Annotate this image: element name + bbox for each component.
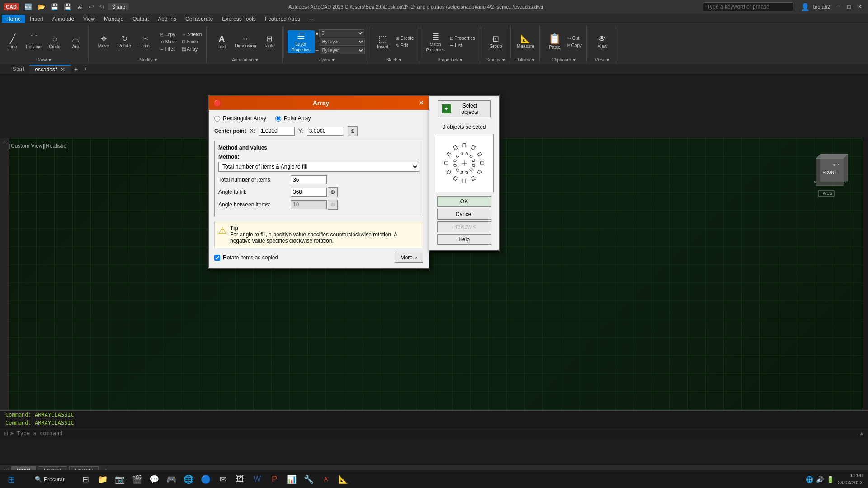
clipboard-group-label[interactable]: Clipboard ▼ <box>552 57 577 63</box>
dialog-close-btn[interactable]: ✕ <box>418 99 424 107</box>
x-input[interactable] <box>259 127 295 136</box>
rotate-button[interactable]: ↻ Rotate <box>114 34 134 50</box>
tab-escadas[interactable]: escadas* ✕ <box>29 65 71 74</box>
scale-button[interactable]: ⊡ Scale <box>180 38 203 45</box>
group-button[interactable]: ⊡ Group <box>486 33 505 50</box>
rectangular-radio[interactable] <box>214 116 220 122</box>
menu-output[interactable]: Output <box>128 15 153 23</box>
polar-radio[interactable] <box>275 116 281 122</box>
modify-group-label[interactable]: Modify ▼ <box>139 57 158 63</box>
stretch-button[interactable]: ↔ Stretch <box>180 31 203 38</box>
rectangular-array-option[interactable]: Rectangular Array <box>214 115 266 122</box>
angle-fill-input[interactable] <box>291 188 327 197</box>
open-btn[interactable]: 📂 <box>36 2 47 11</box>
search-input[interactable] <box>703 2 793 11</box>
more-btn[interactable]: More » <box>395 253 423 263</box>
paste-button[interactable]: 📋 Paste <box>545 33 565 51</box>
new-btn[interactable]: 🆕 <box>23 2 34 11</box>
redo-btn[interactable]: ↪ <box>98 2 107 11</box>
start-button[interactable]: ⊞ <box>0 470 23 488</box>
create-block-button[interactable]: ⊞ Create <box>394 35 416 42</box>
linetype-select[interactable]: ByLayer <box>320 38 365 46</box>
powerpoint-taskbar[interactable]: P <box>266 471 283 488</box>
menu-more[interactable]: ··· <box>305 15 318 23</box>
cancel-btn[interactable]: Cancel <box>437 209 491 220</box>
insert-button[interactable]: ⬚ Insert <box>373 33 393 51</box>
explorer-taskbar[interactable]: 📁 <box>94 471 111 488</box>
polar-array-option[interactable]: Polar Array <box>275 115 311 122</box>
array-dialog[interactable]: 🔴 Array ✕ Rectangular Array Polar Array … <box>208 95 429 269</box>
app9-taskbar[interactable]: 📐 <box>335 471 352 488</box>
menu-view[interactable]: View <box>79 15 99 23</box>
close-btn[interactable]: ✕ <box>855 2 864 11</box>
properties-group-label[interactable]: Properties ▼ <box>437 57 463 63</box>
share-btn[interactable]: Share <box>108 3 129 10</box>
layers-group-label[interactable]: Layers ▼ <box>316 57 335 63</box>
save-btn[interactable]: 💾 <box>49 2 60 11</box>
right-panel[interactable]: ✦ Select objects 0 objects selected <box>429 95 500 251</box>
vertical-scrollbar[interactable] <box>863 138 868 437</box>
word-taskbar[interactable]: W <box>249 471 266 488</box>
saveas-btn[interactable]: 💾 <box>62 2 73 11</box>
menu-addins[interactable]: Add-ins <box>153 15 181 23</box>
nav-cube[interactable]: FRONT TOP WCS N E <box>805 147 859 202</box>
copy-button[interactable]: ⎘ Copy <box>159 31 179 38</box>
array-button[interactable]: ▤ Array <box>180 46 203 52</box>
menu-featured[interactable]: Featured Apps <box>260 15 305 23</box>
bedit-button[interactable]: ✎ Edit <box>394 42 416 49</box>
groups-group-label[interactable]: Groups ▼ <box>486 57 506 63</box>
properties-button[interactable]: ⊡ Properties <box>448 35 477 42</box>
block-group-label[interactable]: Block ▼ <box>386 57 402 63</box>
ok-btn[interactable]: OK <box>437 196 491 207</box>
discord-taskbar[interactable]: 🎮 <box>163 471 180 488</box>
edge-taskbar[interactable]: 🔵 <box>197 471 214 488</box>
maximize-btn[interactable]: □ <box>844 2 854 11</box>
measure-button[interactable]: 📐 Measure <box>514 33 537 50</box>
undo-btn[interactable]: ↩ <box>87 2 96 11</box>
pick-angle-btn[interactable]: ⊕ <box>328 187 338 197</box>
print-btn[interactable]: 🖨 <box>75 2 85 11</box>
whatsapp-taskbar[interactable]: 💬 <box>146 471 163 488</box>
view-button[interactable]: 👁 View <box>592 33 612 50</box>
command-input[interactable] <box>17 430 856 436</box>
copy-clip-button[interactable]: ⎘ Copy <box>566 42 584 49</box>
fillet-button[interactable]: ⌢ Fillet <box>159 46 179 53</box>
vertical-toolbar-icon[interactable]: ⊲ <box>2 140 7 144</box>
netflix-taskbar[interactable]: 🎬 <box>128 471 146 488</box>
list-button[interactable]: ☰ List <box>448 42 477 49</box>
pick-center-btn[interactable]: ⊕ <box>348 126 358 136</box>
network-icon[interactable]: 🌐 <box>806 476 813 483</box>
help-btn[interactable]: Help <box>437 234 491 245</box>
cut-button[interactable]: ✂ Cut <box>566 35 584 42</box>
total-items-input[interactable] <box>291 175 327 184</box>
view-group-label[interactable]: View ▼ <box>595 57 610 63</box>
rotate-checkbox-row[interactable]: Rotate items as copied <box>214 254 278 261</box>
line-button[interactable]: ╱ Line <box>3 33 23 51</box>
layer-properties-button[interactable]: ☰ Layer Properties <box>288 30 315 53</box>
move-button[interactable]: ✥ Move <box>94 34 113 50</box>
sound-icon[interactable]: 🔊 <box>816 476 824 483</box>
menu-express[interactable]: Express Tools <box>217 15 260 23</box>
tab-close-escadas[interactable]: ✕ <box>61 66 65 73</box>
tab-start[interactable]: Start <box>7 65 29 73</box>
cmd-expand-icon[interactable]: ▲ <box>859 430 864 436</box>
annotation-group-label[interactable]: Annotation ▼ <box>232 57 259 63</box>
layer-select[interactable]: 0 <box>319 29 364 37</box>
arc-button[interactable]: ⌓ Arc <box>66 33 85 51</box>
select-objects-btn[interactable]: ✦ Select objects <box>438 100 491 117</box>
menu-annotate[interactable]: Annotate <box>48 15 79 23</box>
lineweight-select[interactable]: ByLayer <box>320 47 365 54</box>
app8-taskbar[interactable]: 🔧 <box>300 471 317 488</box>
menu-insert[interactable]: Insert <box>25 15 48 23</box>
circle-button[interactable]: ○ Circle <box>45 33 65 51</box>
mail-taskbar[interactable]: ✉ <box>214 471 231 488</box>
mirror-button[interactable]: ⇔ Mirror <box>159 38 179 45</box>
polyline-button[interactable]: ⌒ Polyline <box>24 33 44 51</box>
menu-manage[interactable]: Manage <box>99 15 128 23</box>
menu-home[interactable]: Home <box>2 15 25 23</box>
camera-taskbar[interactable]: 📷 <box>111 471 128 488</box>
dimension-button[interactable]: ↔ Dimension <box>232 34 258 50</box>
method-select[interactable]: Total number of items & Angle to fill To… <box>218 162 419 172</box>
table-button[interactable]: ⊞ Table <box>259 34 279 50</box>
match-properties-button[interactable]: ≣ Match Properties <box>424 31 447 53</box>
